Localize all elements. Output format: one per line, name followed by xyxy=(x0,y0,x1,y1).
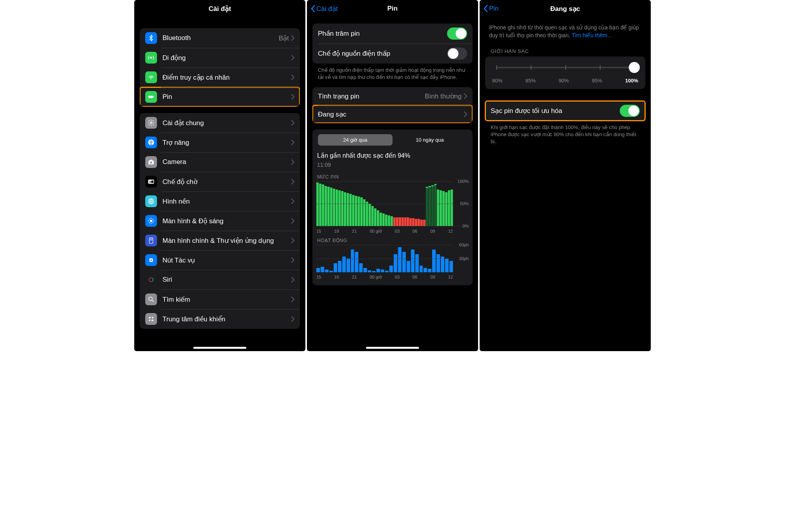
battery-percentage-toggle[interactable] xyxy=(447,27,467,40)
home-indicator[interactable] xyxy=(366,347,419,349)
low-power-toggle[interactable] xyxy=(447,47,467,60)
svg-point-31 xyxy=(149,320,150,321)
svg-point-6 xyxy=(151,140,152,142)
chart-bar xyxy=(363,268,367,273)
chart-bar xyxy=(415,254,419,273)
chart-bar xyxy=(440,190,442,226)
settings-row-camera[interactable]: Camera xyxy=(140,152,300,172)
chart-bar xyxy=(404,217,407,226)
cellular-icon xyxy=(148,54,155,61)
svg-point-27 xyxy=(149,297,152,301)
x-tick: 15 xyxy=(316,275,321,280)
settings-group-connectivity: BluetoothBậtDi độngĐiểm truy cập cá nhân… xyxy=(140,28,300,107)
homescreen-app-icon xyxy=(145,235,157,246)
slider-thumb[interactable] xyxy=(629,62,640,73)
chart-bar xyxy=(372,271,376,273)
back-label: Cài đặt xyxy=(316,5,338,13)
x-tick: 03 xyxy=(395,275,400,280)
chart-bar xyxy=(388,215,390,226)
chart-bar xyxy=(377,210,379,226)
battery-icon xyxy=(148,93,155,100)
row-label: Bluetooth xyxy=(162,34,279,42)
chart-bar xyxy=(325,186,327,226)
battery-health-row[interactable]: Tình trạng pin Bình thường xyxy=(312,87,473,105)
x-tick: 18 xyxy=(334,229,339,234)
gear-icon xyxy=(148,119,155,126)
battery-info-group: Tình trạng pin Bình thường Đang sạc xyxy=(312,87,473,123)
accessibility-icon xyxy=(148,139,155,146)
chart-bar xyxy=(336,189,338,226)
settings-row-gear[interactable]: Cài đặt chung xyxy=(140,113,300,133)
row-label: Pin xyxy=(162,93,291,101)
chart-bar xyxy=(316,268,320,273)
charge-limit-slider-container: 80% 85% 90% 95% 100% xyxy=(485,56,645,89)
battery-level-label: MỨC PIN xyxy=(316,172,469,181)
settings-row-homescreen[interactable]: Màn hình chính & Thư viện ứng dụng xyxy=(140,231,300,250)
svg-rect-9 xyxy=(150,160,152,161)
row-label: Tình trạng pin xyxy=(318,92,425,100)
chart-bar xyxy=(442,191,445,226)
tab-24h[interactable]: 24 giờ qua xyxy=(318,134,392,146)
settings-row-search[interactable]: Tìm kiếm xyxy=(140,290,300,309)
chart-bar xyxy=(333,189,335,226)
battery-screen: Cài đặt Pin Phần trăm pin Chế độ nguồn đ… xyxy=(307,0,478,351)
chart-bar xyxy=(368,270,371,273)
charge-limit-slider[interactable] xyxy=(496,67,634,68)
chart-bar xyxy=(352,195,354,226)
chart-bar xyxy=(451,189,453,226)
low-power-row[interactable]: Chế độ nguồn điện thấp xyxy=(312,44,473,64)
x-tick: 06 xyxy=(413,229,417,234)
optimized-charging-toggle[interactable] xyxy=(620,105,640,117)
home-indicator[interactable] xyxy=(194,347,246,349)
time-range-segmented[interactable]: 24 giờ qua 10 ngày qua xyxy=(317,133,468,146)
settings-group-general: Cài đặt chungTrợ năngCamera09Chế độ chờH… xyxy=(140,113,300,329)
chart-bar xyxy=(426,187,428,226)
settings-row-standby[interactable]: 09Chế độ chờ xyxy=(140,172,300,191)
chart-bar xyxy=(385,271,389,273)
chart-bar xyxy=(327,187,330,226)
navbar: Pin Đang sạc xyxy=(480,0,651,17)
tab-10d[interactable]: 10 ngày qua xyxy=(392,134,467,146)
svg-rect-18 xyxy=(150,238,153,244)
row-label: Điểm truy cập cá nhân xyxy=(162,73,291,82)
settings-row-control[interactable]: Trung tâm điều khiển xyxy=(140,309,300,329)
chart-bar xyxy=(441,257,444,273)
svg-point-29 xyxy=(152,317,153,319)
optimized-charging-row[interactable]: Sạc pin được tối ưu hóa xyxy=(485,101,645,121)
settings-row-display[interactable]: Màn hình & Độ sáng xyxy=(140,211,300,231)
charging-row[interactable]: Đang sạc xyxy=(312,105,473,123)
settings-row-accessibility[interactable]: Trợ năng xyxy=(140,133,300,152)
svg-point-8 xyxy=(150,162,152,164)
row-label: Màn hình chính & Thư viện ứng dụng xyxy=(162,237,291,245)
battery-percentage-row[interactable]: Phần trăm pin xyxy=(312,24,473,44)
optimized-charging-footer: Khi giới hạn sạc được đặt thành 100%, đi… xyxy=(480,121,651,146)
homescreen-icon xyxy=(148,237,155,244)
settings-row-hotspot[interactable]: Điểm truy cập cá nhân xyxy=(140,67,300,87)
settings-row-cellular[interactable]: Di động xyxy=(140,48,300,67)
chart-bar xyxy=(385,215,387,226)
chevron-right-icon xyxy=(291,55,294,60)
chevron-right-icon xyxy=(291,159,294,165)
chevron-right-icon xyxy=(291,316,294,322)
chart-bar xyxy=(363,199,365,226)
svg-point-16 xyxy=(151,201,152,202)
settings-row-siri[interactable]: Siri xyxy=(140,270,300,290)
chevron-right-icon xyxy=(464,93,467,99)
learn-more-link[interactable]: Tìm hiểu thêm… xyxy=(571,32,613,38)
y-tick: 60ph xyxy=(459,242,469,247)
row-label: Tìm kiếm xyxy=(162,295,291,304)
chart-bar xyxy=(334,263,337,272)
settings-row-wallpaper[interactable]: Hình nền xyxy=(140,191,300,211)
chart-bar xyxy=(380,213,382,226)
svg-point-1 xyxy=(151,78,152,79)
back-button[interactable]: Pin xyxy=(483,5,499,13)
settings-row-action[interactable]: Nút Tác vụ xyxy=(140,250,300,270)
back-button[interactable]: Cài đặt xyxy=(310,5,338,13)
svg-rect-28 xyxy=(149,317,151,319)
navbar: Cài đặt Pin xyxy=(307,0,478,17)
y-tick: 0% xyxy=(462,224,469,228)
settings-row-bluetooth[interactable]: BluetoothBật xyxy=(140,28,300,48)
settings-row-battery[interactable]: Pin xyxy=(140,87,300,107)
x-tick: 12 xyxy=(448,275,453,280)
display-icon xyxy=(148,217,155,224)
